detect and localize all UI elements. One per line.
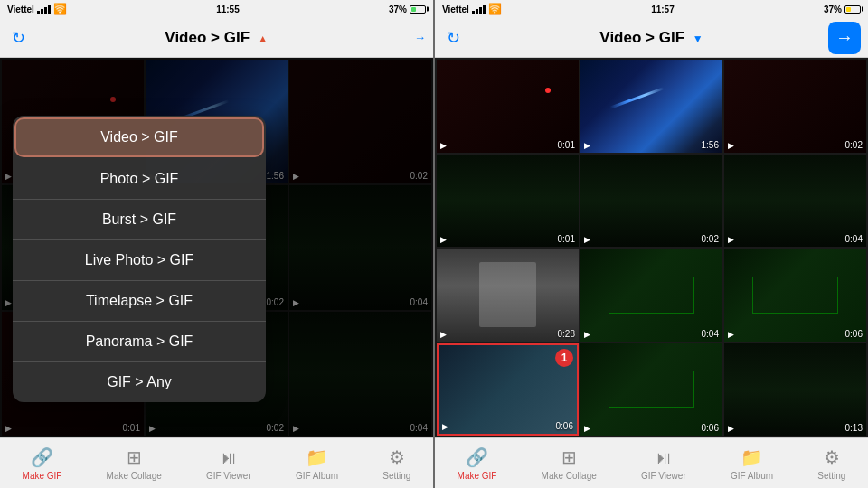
right-battery-icon bbox=[844, 5, 861, 14]
left-nav-bar: ↻ Video > GIF ▲ → bbox=[0, 18, 433, 58]
dropdown-item-timelapse-gif[interactable]: Timelapse > GIF bbox=[13, 281, 266, 322]
right-tab-collage-label: Make Collage bbox=[542, 471, 597, 481]
left-grid-area: ▶ 0:01 ▶ 1:56 ▶ 0:02 ▶ 0:01 ▶ 0:02 bbox=[0, 58, 433, 437]
video-icon-9: ▶ bbox=[293, 424, 299, 433]
left-status-bar: Viettel 🛜 11:55 37% bbox=[0, 0, 433, 18]
left-grid-cell-6[interactable]: ▶ 0:04 bbox=[289, 185, 431, 309]
right-tab-collage-icon: ⊞ bbox=[557, 446, 580, 469]
dropdown-item-gif-any[interactable]: GIF > Any bbox=[13, 362, 266, 402]
left-tab-bar: 🔗 Make GIF ⊞ Make Collage ⏯ GIF Viewer 📁… bbox=[0, 437, 433, 488]
left-tab-setting[interactable]: ⚙ Setting bbox=[382, 446, 410, 481]
dropdown-item-livephoto-gif[interactable]: Live Photo > GIF bbox=[13, 240, 266, 281]
right-tab-bar: 🔗 Make GIF ⊞ Make Collage ⏯ GIF Viewer 📁… bbox=[435, 437, 868, 488]
dropdown-item-video-gif[interactable]: Video > GIF bbox=[14, 117, 264, 157]
left-tab-collage[interactable]: ⊞ Make Collage bbox=[107, 446, 162, 481]
right-cell-selected[interactable]: 1 ▶ 0:06 bbox=[437, 343, 579, 436]
left-wifi-icon: 🛜 bbox=[53, 3, 67, 15]
left-next-arrow: → bbox=[414, 31, 426, 44]
left-phone: Viettel 🛜 11:55 37% ↻ Video > GIF ▲ bbox=[0, 0, 433, 488]
dropdown-item-burst-gif[interactable]: Burst > GIF bbox=[13, 200, 266, 240]
left-status-left: Viettel 🛜 bbox=[7, 3, 67, 15]
right-tab-setting-label: Setting bbox=[817, 471, 845, 481]
right-tab-album[interactable]: 📁 GIF Album bbox=[731, 446, 773, 481]
left-tab-setting-label: Setting bbox=[382, 471, 410, 481]
left-nav-right: → bbox=[414, 31, 426, 44]
right-sort-icon: ▼ bbox=[693, 33, 703, 45]
right-refresh-icon[interactable]: ↻ bbox=[442, 27, 464, 49]
right-tab-make-gif-label: Make GIF bbox=[458, 471, 497, 481]
right-grid-area: ▶ 0:01 ▶ 1:56 ▶ 0:02 ▶ 0:01 ▶ 0:02 bbox=[435, 58, 868, 437]
video-icon-7: ▶ bbox=[5, 424, 12, 433]
right-cell-12[interactable]: ▶ 0:13 bbox=[724, 343, 866, 436]
left-battery-pct: 37% bbox=[389, 5, 407, 14]
right-cell-6[interactable]: ▶ 0:04 bbox=[724, 155, 866, 248]
right-tab-setting-icon: ⚙ bbox=[820, 446, 844, 469]
left-tab-make-gif-label: Make GIF bbox=[23, 471, 62, 481]
right-cell-1[interactable]: ▶ 0:01 bbox=[437, 60, 579, 153]
right-nav-title: Video > GIF ▼ bbox=[599, 29, 703, 47]
right-signal bbox=[472, 5, 486, 14]
left-nav-title: Video > GIF ▲ bbox=[165, 29, 268, 47]
right-battery-pct: 37% bbox=[824, 5, 842, 14]
right-cell-7[interactable]: ▶ 0:28 bbox=[437, 249, 579, 342]
right-phone: Viettel 🛜 11:57 37% ↻ Video > GIF ▼ bbox=[435, 0, 868, 488]
left-tab-album[interactable]: 📁 GIF Album bbox=[296, 446, 338, 481]
right-cell-5[interactable]: ▶ 0:02 bbox=[580, 155, 722, 248]
left-nav-left[interactable]: ↻ bbox=[7, 27, 29, 49]
left-tab-album-label: GIF Album bbox=[296, 471, 338, 481]
right-carrier: Viettel bbox=[442, 5, 469, 14]
right-nav-left[interactable]: ↻ bbox=[442, 27, 464, 49]
right-cell-9[interactable]: ▶ 0:06 bbox=[724, 249, 866, 342]
left-signal bbox=[37, 5, 51, 14]
dropdown-item-panorama-gif[interactable]: Panorama > GIF bbox=[13, 322, 266, 362]
right-nav-bar: ↻ Video > GIF ▼ → bbox=[435, 18, 868, 58]
left-tab-viewer-label: GIF Viewer bbox=[206, 471, 251, 481]
right-tab-album-icon: 📁 bbox=[741, 446, 764, 469]
right-tab-viewer[interactable]: ⏯ GIF Viewer bbox=[641, 446, 686, 481]
right-tab-setting[interactable]: ⚙ Setting bbox=[817, 446, 845, 481]
selection-badge: 1 bbox=[555, 349, 573, 367]
left-tab-make-gif-icon: 🔗 bbox=[31, 446, 54, 469]
right-cell-2[interactable]: ▶ 1:56 bbox=[580, 60, 722, 153]
left-tab-viewer-icon: ⏯ bbox=[217, 446, 241, 469]
left-refresh-icon[interactable]: ↻ bbox=[7, 27, 29, 49]
right-cell-4[interactable]: ▶ 0:01 bbox=[437, 155, 579, 248]
right-arrow-btn[interactable]: → bbox=[828, 22, 861, 54]
left-tab-collage-icon: ⊞ bbox=[122, 446, 146, 469]
right-cell-8[interactable]: ▶ 0:04 bbox=[580, 249, 722, 342]
left-tab-make-gif[interactable]: 🔗 Make GIF bbox=[23, 446, 62, 481]
right-time: 11:57 bbox=[651, 5, 675, 14]
video-icon-6: ▶ bbox=[293, 298, 299, 307]
right-tab-album-label: GIF Album bbox=[731, 471, 773, 481]
left-battery-icon bbox=[410, 5, 426, 14]
left-carrier: Viettel bbox=[7, 5, 34, 14]
video-icon-3: ▶ bbox=[293, 172, 299, 181]
left-grid-cell-3[interactable]: ▶ 0:02 bbox=[289, 60, 431, 183]
right-nav-right[interactable]: → bbox=[828, 22, 861, 54]
right-tab-viewer-label: GIF Viewer bbox=[641, 471, 686, 481]
left-time: 11:55 bbox=[216, 5, 240, 14]
right-tab-collage[interactable]: ⊞ Make Collage bbox=[542, 446, 597, 481]
right-status-left: Viettel 🛜 bbox=[442, 3, 502, 15]
right-wifi-icon: 🛜 bbox=[488, 3, 502, 15]
right-status-right: 37% bbox=[824, 5, 861, 14]
right-tab-make-gif[interactable]: 🔗 Make GIF bbox=[458, 446, 497, 481]
right-tab-make-gif-icon: 🔗 bbox=[466, 446, 489, 469]
left-tab-setting-icon: ⚙ bbox=[385, 446, 409, 469]
right-cell-3[interactable]: ▶ 0:02 bbox=[724, 60, 866, 153]
left-tab-collage-label: Make Collage bbox=[107, 471, 162, 481]
dropdown-menu[interactable]: Video > GIF Photo > GIF Burst > GIF Live… bbox=[13, 116, 266, 402]
right-grid: ▶ 0:01 ▶ 1:56 ▶ 0:02 ▶ 0:01 ▶ 0:02 bbox=[435, 58, 868, 437]
left-grid-cell-9[interactable]: ▶ 0:04 bbox=[289, 312, 431, 436]
video-icon-8: ▶ bbox=[149, 424, 156, 433]
right-status-bar: Viettel 🛜 11:57 37% bbox=[435, 0, 868, 18]
right-tab-viewer-icon: ⏯ bbox=[652, 446, 675, 469]
right-cell-11[interactable]: ▶ 0:06 bbox=[580, 343, 722, 436]
left-tab-viewer[interactable]: ⏯ GIF Viewer bbox=[206, 446, 251, 481]
left-sort-icon: ▲ bbox=[258, 33, 269, 45]
left-tab-album-icon: 📁 bbox=[306, 446, 329, 469]
left-status-right: 37% bbox=[389, 5, 426, 14]
video-icon-4: ▶ bbox=[5, 298, 12, 307]
video-icon-1: ▶ bbox=[5, 172, 12, 181]
dropdown-item-photo-gif[interactable]: Photo > GIF bbox=[13, 159, 266, 200]
